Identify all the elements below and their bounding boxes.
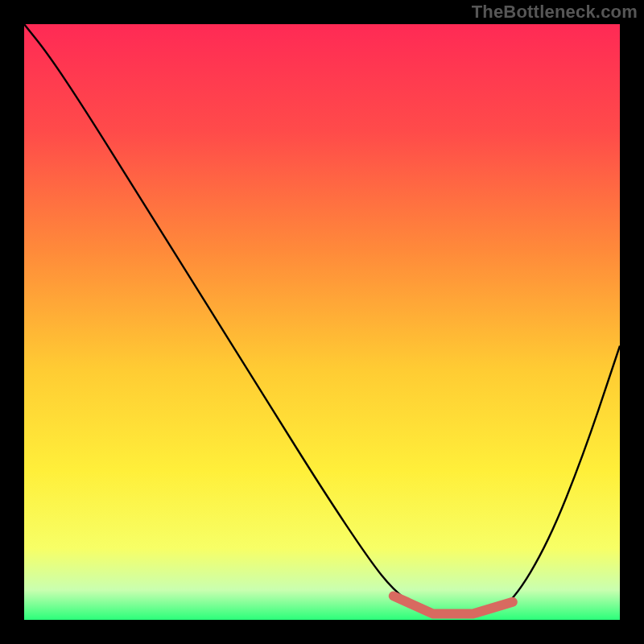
optimal-range-highlight [394,596,513,613]
plot-area [24,24,620,620]
bottleneck-curve [24,24,620,614]
curve-layer [24,24,620,620]
attribution-label: TheBottleneck.com [472,2,638,23]
chart-container: TheBottleneck.com [0,0,644,644]
